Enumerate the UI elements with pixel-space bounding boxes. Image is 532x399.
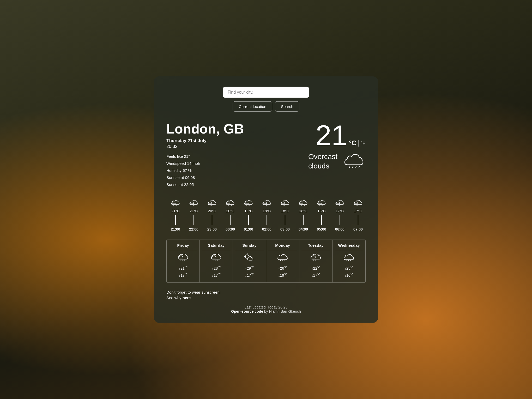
hourly-time: 05:00 (317, 227, 326, 231)
hourly-temp: 21°C (171, 209, 179, 213)
hourly-cloud-icon (171, 200, 180, 208)
svg-line-53 (284, 260, 284, 261)
svg-line-12 (213, 205, 213, 205)
daily-item: Friday 21°C 17°C (167, 240, 200, 282)
daily-icon (235, 253, 264, 263)
svg-line-42 (184, 260, 185, 261)
svg-line-27 (304, 205, 305, 205)
hourly-temp: 18°C (263, 209, 271, 213)
current-location-button[interactable]: Current location (233, 101, 272, 112)
author-credits: Open-source code by Niamh Barr-Skeoch (166, 309, 366, 313)
hourly-cloud-icon (299, 200, 308, 208)
search-button[interactable]: Search (275, 101, 299, 112)
hourly-scroll: 21°C 21:00 21°C 22:00 20°C 23:00 (166, 200, 366, 231)
hourly-cloud-icon (189, 200, 198, 208)
windspeed: Windspeed 14 mph (166, 160, 244, 167)
daily-section: Friday 21°C 17°C Saturday 28°C 17°C (166, 240, 366, 283)
svg-line-21 (268, 205, 268, 205)
hourly-time: 01:00 (244, 227, 253, 231)
daily-day: Saturday (202, 243, 231, 250)
svg-line-59 (350, 260, 350, 261)
svg-line-4 (174, 205, 174, 205)
weather-card: Current location Search London, GB Thurs… (154, 76, 378, 323)
svg-line-3 (359, 166, 359, 168)
svg-line-28 (320, 205, 320, 205)
svg-line-35 (358, 205, 358, 205)
daily-icon (301, 253, 330, 263)
hourly-time: 04:00 (299, 227, 308, 231)
hourly-item: 18°C 05:00 (312, 200, 331, 231)
hourly-cloud-icon (207, 200, 217, 208)
daily-temps: 28°C 17°C (202, 265, 231, 279)
svg-line-17 (248, 205, 248, 205)
hourly-bar (340, 215, 340, 225)
svg-line-33 (341, 205, 341, 205)
svg-line-40 (181, 260, 181, 261)
temp-unit-row: 21 °C | °F (315, 121, 366, 150)
here-link[interactable]: here (183, 295, 191, 300)
svg-line-8 (193, 205, 194, 205)
svg-line-2 (356, 166, 356, 168)
hourly-item: 17°C 06:00 (331, 200, 349, 231)
svg-line-25 (301, 205, 302, 205)
hourly-bar (248, 215, 249, 225)
hourly-temp: 20°C (208, 209, 216, 213)
hourly-temp: 18°C (317, 209, 325, 213)
fahrenheit-unit[interactable]: °F (360, 141, 366, 147)
svg-line-22 (283, 205, 283, 205)
daily-icon (202, 253, 231, 263)
svg-line-1 (353, 166, 353, 168)
hourly-time: 21:00 (171, 227, 180, 231)
time: 20:32 (166, 144, 244, 149)
search-input[interactable] (223, 87, 309, 98)
daily-low: 17°C (169, 272, 197, 279)
daily-icon (268, 253, 297, 263)
svg-line-52 (282, 260, 282, 261)
temperature-value: 21 (315, 121, 347, 150)
svg-line-15 (231, 205, 232, 205)
condition-text: Overcastclouds (308, 152, 337, 171)
svg-line-32 (339, 205, 340, 205)
svg-line-23 (285, 205, 285, 205)
daily-temps: 26°C 19°C (268, 265, 297, 279)
daily-low: 17°C (301, 272, 330, 279)
svg-line-29 (321, 205, 321, 205)
svg-line-20 (266, 205, 267, 205)
unit-separator: | (358, 139, 359, 147)
hourly-time: 22:00 (189, 227, 198, 231)
svg-line-7 (192, 205, 192, 205)
sunscreen-note: Don't forget to wear sunscreen! (166, 290, 366, 294)
daily-day: Sunday (235, 243, 264, 250)
hourly-time: 06:00 (335, 227, 344, 231)
hourly-cloud-icon (335, 200, 344, 208)
hourly-temp: 17°C (354, 209, 362, 213)
oss-link[interactable]: Open-source code (231, 309, 263, 313)
sunset: Sunset at 22:05 (166, 181, 244, 188)
see-why-text: See why (166, 295, 182, 300)
svg-line-0 (349, 166, 350, 168)
celsius-unit[interactable]: °C (349, 139, 356, 147)
hourly-bar (285, 215, 285, 225)
hourly-bar (230, 215, 231, 225)
svg-line-5 (175, 205, 175, 205)
svg-line-13 (228, 205, 229, 205)
daily-high: 21°C (169, 265, 197, 272)
svg-line-43 (214, 260, 214, 261)
hourly-temp: 19°C (244, 209, 252, 213)
daily-item: Wednesday 25°C 16°C (332, 240, 365, 282)
svg-line-19 (265, 205, 265, 205)
daily-item: Saturday 28°C 17°C (200, 240, 233, 282)
daily-low: 17°C (235, 272, 264, 279)
svg-line-36 (359, 205, 359, 205)
hourly-item: 20°C 23:00 (203, 200, 221, 231)
hourly-time: 00:00 (226, 227, 235, 231)
svg-line-6 (177, 205, 177, 205)
hourly-item: 18°C 02:00 (258, 200, 276, 231)
weather-details: Feels like 21° Windspeed 14 mph Humidity… (166, 153, 244, 188)
svg-line-54 (313, 260, 314, 261)
hourly-cloud-icon (280, 200, 290, 208)
hourly-time: 23:00 (207, 227, 217, 231)
hourly-time: 03:00 (280, 227, 290, 231)
svg-line-30 (323, 205, 323, 205)
city-name: London, GB (166, 121, 244, 137)
